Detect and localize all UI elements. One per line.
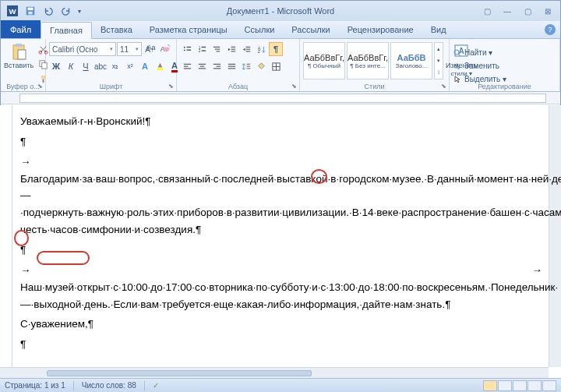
multilevel-icon[interactable] — [210, 42, 224, 56]
svg-rect-49 — [246, 68, 250, 69]
replace-button[interactable]: ab Заменить — [453, 60, 499, 72]
svg-rect-41 — [213, 63, 220, 64]
doc-paragraph[interactable]: ¶ — [20, 133, 542, 150]
status-page[interactable]: Страница: 1 из 1 — [5, 381, 65, 390]
tab-view[interactable]: Вид — [422, 21, 455, 38]
redo-icon[interactable] — [58, 3, 75, 19]
outline-view-icon[interactable] — [527, 380, 542, 391]
minimize-icon[interactable]: — — [498, 5, 517, 16]
group-styles: АаБбВвГг, ¶ Обычный АаБбВвГг, ¶ Без инте… — [300, 39, 450, 91]
svg-rect-27 — [231, 46, 235, 47]
find-button[interactable]: Найти ▾ — [453, 47, 492, 58]
paste-button[interactable]: Вставить — [4, 42, 34, 69]
web-layout-view-icon[interactable] — [513, 380, 527, 391]
bullets-icon[interactable] — [180, 42, 194, 56]
justify-icon[interactable] — [224, 59, 238, 73]
style-name: Заголово... — [396, 62, 428, 69]
svg-text:Z: Z — [257, 49, 260, 54]
qat-customize-icon[interactable]: ▾ — [76, 3, 83, 19]
decrease-indent-icon[interactable] — [224, 42, 238, 56]
tab-mailings[interactable]: Рассылки — [283, 21, 338, 38]
bold-button[interactable]: Ж — [49, 59, 63, 73]
print-layout-view-icon[interactable] — [483, 380, 497, 391]
increase-indent-icon[interactable] — [239, 42, 253, 56]
doc-paragraph[interactable]: ¶ — [20, 242, 542, 259]
status-proofing-icon[interactable]: ✓ — [153, 381, 159, 390]
svg-rect-39 — [199, 65, 204, 66]
tab-review[interactable]: Рецензирование — [339, 21, 422, 38]
svg-rect-7 — [18, 50, 26, 59]
styles-launcher-icon[interactable]: ⬊ — [439, 82, 447, 90]
svg-rect-47 — [246, 63, 250, 64]
svg-rect-38 — [198, 63, 205, 64]
clipboard-launcher-icon[interactable]: ⬊ — [36, 82, 44, 90]
align-right-icon[interactable] — [210, 59, 224, 73]
svg-rect-42 — [216, 65, 221, 66]
save-icon[interactable] — [22, 3, 39, 19]
shading-icon[interactable] — [254, 59, 268, 73]
tab-insert[interactable]: Вставка — [92, 21, 141, 38]
font-name-combo[interactable]: Calibri (Осно▾ — [49, 42, 116, 56]
svg-rect-12 — [41, 75, 45, 79]
paragraph-launcher-icon[interactable]: ⬊ — [290, 82, 298, 90]
vertical-ruler[interactable] — [2, 105, 12, 378]
horizontal-scrollbar[interactable] — [0, 367, 549, 378]
align-left-icon[interactable] — [180, 59, 194, 73]
font-launcher-icon[interactable]: ⬊ — [167, 82, 175, 90]
show-marks-icon[interactable]: ¶ — [269, 42, 283, 56]
align-center-icon[interactable] — [195, 59, 209, 73]
maximize-icon[interactable]: ▢ — [518, 5, 537, 16]
svg-rect-6 — [16, 44, 22, 47]
style-name: ¶ Обычный — [308, 62, 340, 69]
underline-button[interactable]: Ч — [79, 59, 93, 73]
undo-icon[interactable] — [40, 3, 57, 19]
strikethrough-icon[interactable]: abc — [94, 59, 108, 73]
svg-rect-21 — [201, 46, 206, 47]
text-effects-icon[interactable]: A — [138, 59, 152, 73]
word-icon[interactable]: W — [4, 3, 21, 19]
tab-page-layout[interactable]: Разметка страницы — [141, 21, 236, 38]
italic-button[interactable]: К — [64, 59, 78, 73]
vertical-scrollbar[interactable] — [549, 105, 561, 367]
tab-references[interactable]: Ссылки — [236, 21, 284, 38]
svg-rect-43 — [213, 68, 220, 69]
superscript-icon[interactable]: x² — [123, 59, 137, 73]
clear-format-icon[interactable] — [159, 41, 173, 55]
line-spacing-icon[interactable] — [239, 59, 253, 73]
change-case-icon[interactable]: Aa — [144, 41, 158, 55]
tab-home[interactable]: Главная — [41, 22, 92, 39]
style-no-spacing[interactable]: АаБбВвГг, ¶ Без инте... — [347, 42, 389, 79]
editing-label: Редактирование — [450, 83, 559, 90]
borders-icon[interactable] — [269, 59, 283, 73]
svg-rect-44 — [228, 63, 235, 64]
full-screen-view-icon[interactable] — [498, 380, 512, 391]
help-icon[interactable]: ? — [545, 24, 556, 35]
doc-paragraph[interactable]: С·уважением,¶ — [20, 316, 542, 333]
document-area: Уважаемый·г-н·Вронский!¶ ¶ → Благодарим·… — [0, 105, 561, 378]
style-normal[interactable]: АаБбВвГг, ¶ Обычный — [303, 42, 345, 79]
doc-paragraph[interactable]: Уважаемый·г-н·Вронский!¶ — [20, 113, 542, 130]
status-word-count[interactable]: Число слов: 88 — [82, 381, 136, 390]
close-icon[interactable]: ⊠ — [538, 5, 557, 16]
highlight-icon[interactable] — [153, 59, 167, 73]
numbering-icon[interactable]: 12 — [195, 42, 209, 56]
paragraph-label: Абзац — [177, 83, 299, 90]
scroll-thumb[interactable] — [47, 370, 312, 376]
svg-rect-40 — [198, 68, 205, 69]
doc-paragraph[interactable]: → → Наш·музей·открыт·с·10:00·до·17:00·со… — [20, 262, 542, 313]
svg-rect-25 — [214, 48, 220, 49]
minimize-ribbon-icon[interactable]: ▢ — [478, 5, 496, 16]
tab-file[interactable]: Файл — [1, 20, 41, 38]
svg-rect-45 — [228, 65, 235, 66]
sort-icon[interactable]: AZ — [254, 42, 268, 56]
horizontal-ruler[interactable] — [1, 92, 560, 104]
draft-view-icon[interactable] — [542, 380, 556, 391]
document-page[interactable]: Уважаемый·г-н·Вронский!¶ ¶ → Благодарим·… — [17, 105, 545, 364]
doc-paragraph[interactable]: ¶ — [20, 336, 542, 353]
subscript-icon[interactable]: x₂ — [108, 59, 122, 73]
font-size-combo[interactable]: 11▾ — [117, 42, 142, 56]
style-heading1[interactable]: АаБбВ Заголово... — [390, 42, 432, 79]
svg-rect-31 — [245, 48, 250, 49]
doc-paragraph[interactable]: → Благодарим·за·ваш·вопрос,·связанный·с·… — [20, 154, 542, 238]
style-gallery-nav[interactable]: ▴▾⁞ — [434, 42, 443, 79]
